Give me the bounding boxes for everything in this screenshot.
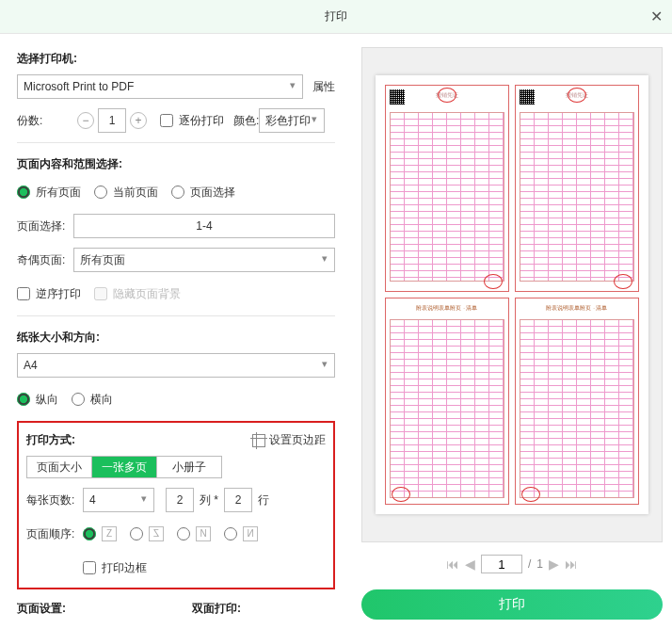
range-all-radio[interactable]: 所有页面 [17, 185, 81, 201]
range-custom-radio[interactable]: 页面选择 [171, 185, 235, 201]
pager-sep: / [528, 557, 531, 571]
hide-background-checkbox: 隐藏页面背景 [94, 286, 181, 302]
copies-decrement-button[interactable]: − [77, 112, 94, 129]
dialog-title: 打印 [325, 8, 347, 24]
printer-select[interactable]: Microsoft Print to PDF [17, 74, 303, 99]
layout-section: 打印方式: 设置页边距 页面大小 一张多页 小册子 每张页数: 4 [17, 421, 335, 589]
copies-label: 份数: [17, 113, 73, 129]
page-range-input[interactable] [73, 214, 335, 238]
copies-increment-button[interactable]: + [130, 112, 147, 129]
page-setup-header: 页面设置: [17, 601, 160, 617]
duplex-header: 双面打印: [192, 601, 335, 617]
set-margins-link[interactable]: 设置页边距 [252, 432, 326, 448]
printer-properties-link[interactable]: 属性 [312, 79, 335, 95]
per-sheet-label: 每张页数: [26, 492, 83, 508]
margins-icon [252, 434, 265, 447]
parity-select[interactable]: 所有页面 [73, 248, 335, 272]
close-icon[interactable]: ✕ [650, 8, 663, 25]
pager-last-icon[interactable]: ⏭ [565, 556, 578, 572]
range-current-radio[interactable]: 当前页面 [94, 185, 158, 201]
pager-prev-icon[interactable]: ◀ [465, 556, 475, 572]
cols-input[interactable] [166, 488, 194, 512]
preview-page-3: 附表说明表单附页 · 清单 [385, 298, 509, 505]
settings-panel: 选择打印机: Microsoft Print to PDF 属性 份数: − +… [0, 34, 352, 629]
collate-checkbox[interactable]: 逐份打印 [160, 113, 224, 129]
paper-size-select[interactable]: A4 [17, 353, 335, 378]
order-n-icon: N [196, 526, 211, 541]
printer-label: 选择打印机: [17, 51, 335, 67]
pager: ⏮ ◀ / 1 ▶ ⏭ [361, 550, 663, 578]
pager-next-icon[interactable]: ▶ [549, 556, 559, 572]
preview-area: 报销凭证 报销凭证 附表说明表单附页 · 清单 [361, 47, 663, 542]
color-select[interactable]: 彩色打印 [259, 108, 325, 133]
order-z-icon: Z [102, 526, 117, 541]
paper-header: 纸张大小和方向: [17, 330, 335, 346]
preview-page-4: 附表说明表单附页 · 清单 [515, 298, 639, 505]
layout-tabs: 页面大小 一张多页 小册子 [26, 456, 222, 478]
orientation-landscape-radio[interactable]: 横向 [72, 392, 113, 408]
per-sheet-select[interactable]: 4 [83, 488, 154, 512]
tab-booklet[interactable]: 小册子 [157, 457, 221, 477]
pager-first-icon[interactable]: ⏮ [446, 556, 459, 572]
parity-label: 奇偶页面: [17, 252, 73, 268]
order-rn-icon: N [243, 526, 258, 541]
range-header: 页面内容和范围选择: [17, 156, 335, 172]
order-label: 页面顺序: [26, 526, 83, 542]
pager-total: 1 [536, 557, 543, 571]
order-rz-icon: Z [149, 526, 164, 541]
cols-label: 列 * [200, 492, 218, 508]
copies-input[interactable] [98, 108, 126, 133]
order-rz-radio[interactable]: Z [130, 526, 164, 541]
color-label: 颜色: [233, 113, 259, 129]
title-bar: 打印 ✕ [0, 0, 672, 34]
page-range-label: 页面选择: [17, 218, 73, 234]
preview-page-1: 报销凭证 [385, 85, 509, 292]
print-border-checkbox[interactable]: 打印边框 [83, 560, 147, 576]
reverse-order-checkbox[interactable]: 逆序打印 [17, 286, 81, 302]
orientation-portrait-radio[interactable]: 纵向 [17, 392, 58, 408]
preview-page-2: 报销凭证 [515, 85, 639, 292]
preview-panel: 报销凭证 报销凭证 附表说明表单附页 · 清单 [352, 34, 672, 629]
layout-header: 打印方式: [26, 432, 75, 448]
preview-sheet: 报销凭证 报销凭证 附表说明表单附页 · 清单 [376, 75, 648, 514]
rows-input[interactable] [224, 488, 252, 512]
pager-page-input[interactable] [481, 555, 522, 573]
tab-multi-per-sheet[interactable]: 一张多页 [92, 457, 157, 477]
order-rn-radio[interactable]: N [224, 526, 258, 541]
order-z-radio[interactable]: Z [83, 526, 117, 541]
order-n-radio[interactable]: N [177, 526, 211, 541]
print-button[interactable]: 打印 [361, 589, 663, 620]
tab-fit[interactable]: 页面大小 [27, 457, 92, 477]
rows-label: 行 [258, 492, 269, 508]
